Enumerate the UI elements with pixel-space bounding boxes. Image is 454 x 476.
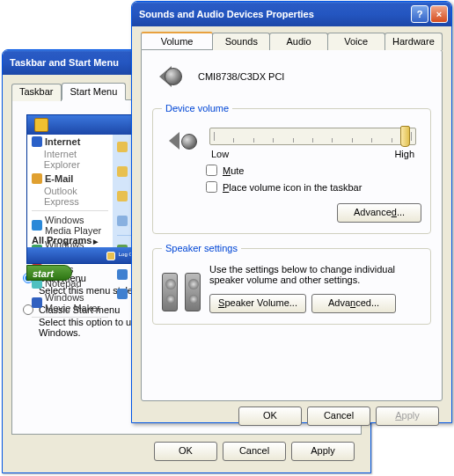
- front-ok-button[interactable]: OK: [238, 406, 302, 426]
- tray-icon-label: Place volume icon in the taskbar: [223, 182, 362, 193]
- tab-volume[interactable]: Volume: [141, 32, 213, 49]
- close-icon: ×: [436, 9, 442, 19]
- close-button[interactable]: ×: [430, 5, 448, 23]
- speaker-advanced-button[interactable]: Advanced...: [311, 294, 396, 313]
- back-title: Taskbar and Start Menu: [10, 57, 119, 68]
- device-volume-legend: Device volume: [162, 103, 232, 114]
- back-cancel-button[interactable]: Cancel: [223, 442, 286, 461]
- speaker-settings-legend: Speaker settings: [162, 243, 241, 253]
- low-label: Low: [211, 149, 229, 159]
- front-cancel-button[interactable]: Cancel: [307, 406, 370, 426]
- volume-slider[interactable]: [209, 128, 416, 145]
- front-button-row: OK Cancel Apply: [141, 401, 443, 426]
- tray-icon-checkbox[interactable]: [206, 181, 217, 193]
- front-apply-button[interactable]: Apply: [376, 406, 439, 426]
- mute-checkbox[interactable]: [206, 165, 217, 176]
- help-icon: ?: [417, 9, 423, 19]
- tab-audio[interactable]: Audio: [269, 33, 327, 50]
- volume-speaker-icon: [167, 130, 199, 157]
- back-ok-button[interactable]: OK: [154, 442, 217, 461]
- speaker-icon: [157, 62, 186, 91]
- volume-slider-thumb[interactable]: [400, 126, 410, 147]
- tab-hardware[interactable]: Hardware: [384, 33, 443, 50]
- device-advanced-button[interactable]: Advanced...: [337, 203, 421, 223]
- start-button-preview: start: [26, 265, 72, 281]
- device-name: CMI8738/C3DX PCI: [198, 71, 284, 82]
- speaker-settings-group: Speaker settings Use the settings below …: [152, 243, 431, 325]
- help-button[interactable]: ?: [411, 5, 428, 23]
- front-titlebar[interactable]: Sounds and Audio Devices Properties ? ×: [132, 2, 451, 26]
- device-volume-group: Device volume: [152, 103, 431, 234]
- tab-taskbar[interactable]: Taskbar: [11, 84, 62, 101]
- tab-startmenu[interactable]: Start Menu: [62, 83, 127, 100]
- mute-label: Mute: [223, 165, 244, 176]
- speakers-icon: [162, 262, 201, 311]
- speaker-text: Use the settings below to change individ…: [209, 264, 421, 285]
- back-button-row: OK Cancel Apply: [11, 435, 362, 461]
- front-tabs: Volume Sounds Audio Voice Hardware: [141, 32, 443, 49]
- volume-panel: CMI8738/C3DX PCI Device volume: [141, 49, 443, 401]
- tab-sounds[interactable]: Sounds: [212, 33, 270, 50]
- tab-voice[interactable]: Voice: [327, 33, 385, 50]
- front-title: Sounds and Audio Devices Properties: [139, 9, 314, 19]
- back-apply-button[interactable]: Apply: [291, 442, 355, 461]
- high-label: High: [394, 149, 414, 159]
- sounds-audio-window: Sounds and Audio Devices Properties ? × …: [131, 1, 452, 423]
- speaker-volume-button[interactable]: Speaker Volume...: [209, 294, 306, 313]
